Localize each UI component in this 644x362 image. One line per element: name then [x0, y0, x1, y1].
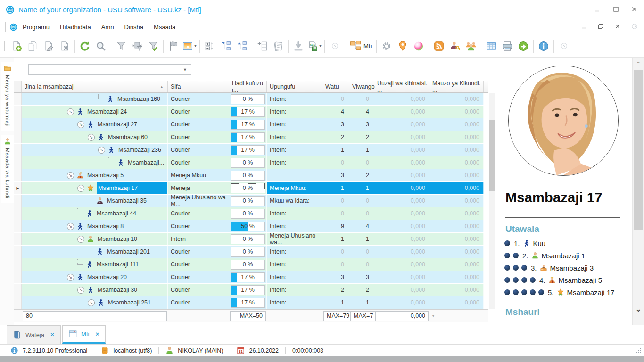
cell-watu[interactable]: 4 [322, 106, 349, 118]
cell-name[interactable]: Msambazaji 160 [22, 93, 168, 105]
cell-watu[interactable]: 1 [322, 296, 349, 309]
cell-watu[interactable]: 0 [322, 207, 349, 220]
toolbar-print-button[interactable] [499, 38, 515, 55]
menu-hifadhidata[interactable]: Hifadhidata [60, 24, 91, 31]
table-row[interactable]: ↘Msambazaji 8Courier50 %Intern:940,0000,… [14, 220, 488, 233]
expand-icon[interactable]: ↘ [67, 274, 74, 281]
hierarchy-item[interactable]: 5.Msambazaji 17 [504, 286, 614, 298]
table-row[interactable]: ↘Msambazaji 10Intern0 %Meneja Uhusiano w… [14, 233, 488, 246]
cell-sifa[interactable]: Courier [168, 156, 229, 169]
hierarchy-item[interactable]: 3.Msambazaji 3 [504, 262, 614, 274]
expand-icon[interactable]: ↘ [88, 134, 95, 141]
cell-progress[interactable]: 0 % [229, 169, 267, 181]
header-upungufu[interactable]: Upungufu [267, 81, 322, 92]
cell-mauzo[interactable]: 0,000 [429, 131, 484, 143]
cell-watu[interactable]: 9 [322, 220, 349, 232]
cell-watu[interactable]: 1 [322, 144, 349, 156]
toolbar-location-button[interactable] [395, 38, 411, 55]
cell-sifa[interactable]: Courier [168, 207, 229, 220]
toolbar-rss-button[interactable] [431, 38, 447, 55]
cell-progress[interactable]: 17 % [229, 296, 267, 309]
cell-name[interactable]: ↘Msambazaji 5 [22, 169, 168, 181]
cell-name[interactable]: Msambazaji 201 [22, 246, 168, 258]
cell-viwango[interactable]: 1 [349, 296, 374, 309]
mdi-close-button[interactable] [615, 23, 620, 31]
expand-icon[interactable]: ↘ [77, 287, 84, 294]
table-row[interactable]: ↘Msambazaji 20Courier17 %Intern:330,0000… [14, 271, 488, 284]
hierarchy-item[interactable]: 4.Msambazaji 5 [504, 274, 614, 286]
cell-watu[interactable]: 0 [322, 195, 349, 207]
cell-mauzo[interactable]: 0,000 [429, 233, 484, 245]
cell-viwango[interactable]: 0 [349, 258, 374, 271]
cell-upungufu[interactable]: Intern: [267, 131, 322, 143]
cell-mauzo[interactable]: 0,000 [429, 220, 484, 232]
header-name[interactable]: Jina la msambazaji▲ [22, 81, 168, 92]
cell-upungufu[interactable]: Intern: [267, 156, 322, 169]
cell-uuzaji[interactable]: 0,000 [374, 246, 429, 258]
cell-watu[interactable]: 2 [322, 284, 349, 296]
cell-watu[interactable]: 1 [322, 182, 349, 194]
cell-name[interactable]: ↘Msambazaji 27 [22, 118, 168, 131]
cell-uuzaji[interactable]: 0,000 [374, 207, 429, 220]
header-uuzaji[interactable]: Uuzaji wa kibinafsi. ... [374, 81, 429, 92]
mdi-minimize-button[interactable] [581, 23, 586, 31]
cell-upungufu[interactable]: Intern: [267, 207, 322, 220]
expand-icon[interactable]: ↘ [98, 147, 105, 154]
cell-viwango[interactable]: 0 [349, 93, 374, 105]
tab-wateja-close-icon[interactable]: ✕ [50, 331, 55, 338]
table-row[interactable]: ↘Msambazaji 236Courier17 %Intern:110,000… [14, 144, 488, 156]
expand-icon[interactable]: ↘ [67, 108, 74, 115]
table-row[interactable]: Msambazaji...Courier0 %Intern:000,0000,0… [14, 156, 488, 169]
menu-amri[interactable]: Amri [101, 24, 114, 31]
cell-mauzo[interactable]: 0,000 [429, 258, 484, 271]
toolbar-add-column-button[interactable] [254, 38, 270, 55]
cell-upungufu[interactable]: Intern: [267, 118, 322, 131]
cell-sifa[interactable]: Courier [168, 118, 229, 131]
menu-msaada[interactable]: Msaada [154, 24, 175, 31]
expand-icon[interactable]: ↘ [67, 172, 74, 179]
toolbar-edit-record-button[interactable] [41, 38, 57, 55]
cell-progress[interactable]: 0 % [229, 246, 267, 258]
table-row[interactable]: Msambazaji 111Courier0 %Intern:000,0000,… [14, 258, 488, 271]
table-scrollbar[interactable] [489, 93, 495, 309]
cell-viwango[interactable]: 1 [349, 233, 374, 245]
toolbar-flag-button[interactable] [165, 38, 182, 55]
cell-sifa[interactable]: Courier [168, 296, 229, 309]
cell-name[interactable]: Msambazaji... [22, 156, 168, 169]
expand-icon[interactable]: ↘ [77, 185, 84, 192]
toolbar-delete-record-button[interactable] [57, 38, 73, 55]
mdi-more-icon[interactable] [632, 23, 637, 31]
cell-upungufu[interactable]: Intern: [267, 284, 322, 296]
cell-upungufu[interactable]: Intern: [267, 93, 322, 105]
cell-progress[interactable]: 17 % [229, 284, 267, 296]
cell-uuzaji[interactable]: 0,000 [374, 169, 429, 181]
cell-watu[interactable]: 0 [322, 258, 349, 271]
cell-viwango[interactable]: 0 [349, 195, 374, 207]
cell-upungufu[interactable]: Intern: [267, 246, 322, 258]
cell-progress[interactable]: 0 % [229, 93, 267, 105]
toolbar-export-xls-button[interactable]: XLS▼ [306, 38, 322, 55]
cell-sifa[interactable]: Courier [168, 271, 229, 283]
cell-viwango[interactable]: 2 [349, 131, 374, 143]
cell-mauzo[interactable]: 0,000 [429, 246, 484, 258]
cell-name[interactable]: Msambazaji 111 [22, 258, 168, 271]
cell-viwango[interactable]: 4 [349, 220, 374, 232]
cell-viwango[interactable]: 0 [349, 246, 374, 258]
cell-name[interactable]: ↘Msambazaji 8 [22, 220, 168, 232]
cell-progress[interactable]: 17 % [229, 106, 267, 118]
cell-uuzaji[interactable]: 0,000 [374, 195, 429, 207]
cell-progress[interactable]: 17 % [229, 118, 267, 131]
cell-upungufu[interactable]: Intern: [267, 106, 322, 118]
menu-dirisha[interactable]: Dirisha [124, 24, 143, 31]
toolbar-user-access-button[interactable] [447, 38, 463, 55]
cell-viwango[interactable]: 3 [349, 118, 374, 131]
cell-uuzaji[interactable]: 0,000 [374, 144, 429, 156]
right-scrollbar[interactable]: ⌃ ⌄ [632, 58, 644, 325]
right-scrollbar-thumb[interactable] [634, 70, 643, 230]
toolbar-new-record-button[interactable] [8, 38, 25, 55]
cell-name[interactable]: ↘Msambazaji 251 [22, 296, 168, 309]
cell-mauzo[interactable]: 0,000 [429, 207, 484, 220]
cell-name[interactable]: ↘Msambazaji 24 [22, 106, 168, 118]
cell-mauzo[interactable]: 0,000 [429, 106, 484, 118]
toolbar-settings-button[interactable] [379, 38, 395, 55]
